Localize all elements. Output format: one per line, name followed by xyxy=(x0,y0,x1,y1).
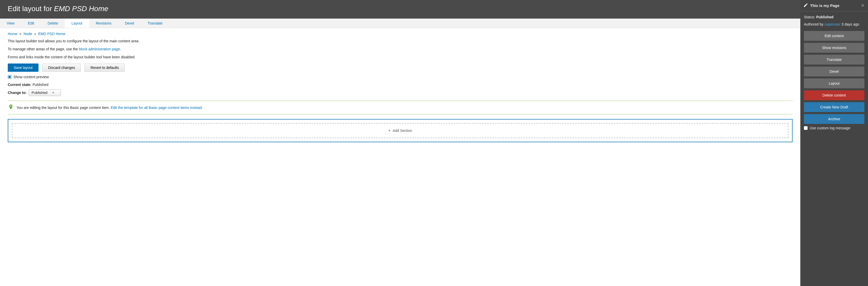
block-admin-link[interactable]: block administration page xyxy=(79,47,120,51)
change-to-row: Change to: Published ▼ xyxy=(8,89,793,96)
panel-status-value: Published xyxy=(816,15,833,19)
chevron-down-icon: ▼ xyxy=(52,91,55,94)
breadcrumb-sep: » xyxy=(34,32,36,36)
panel-status: Status: Published xyxy=(804,15,864,19)
breadcrumb-home[interactable]: Home xyxy=(8,32,17,36)
checkbox-checked-icon xyxy=(8,76,10,78)
description-line3: Forms and links inside the content of th… xyxy=(8,55,793,60)
breadcrumb-node[interactable]: Node xyxy=(24,32,32,36)
panel-translate-button[interactable]: Translate xyxy=(804,55,864,65)
page-title-name: EMD PSD Home xyxy=(54,5,108,13)
current-state-row: Current state: Published xyxy=(8,83,793,87)
current-state-value: Published xyxy=(33,83,49,87)
primary-tabs: View Edit Delete Layout Revisions Devel … xyxy=(0,19,800,28)
tab-revisions[interactable]: Revisions xyxy=(89,19,118,28)
panel-edit-content-button[interactable]: Edit content xyxy=(804,31,864,41)
panel-layout-button[interactable]: Layout xyxy=(804,78,864,88)
notice-text: You are editing the layout for this Basi… xyxy=(17,105,203,110)
tab-view[interactable]: View xyxy=(0,19,21,28)
panel-show-revisions-button[interactable]: Show revisions xyxy=(804,43,864,53)
show-preview-row: Show content preview xyxy=(8,75,793,79)
layout-description: This layout builder tool allows you to c… xyxy=(8,38,793,60)
authored-user-link[interactable]: superuser xyxy=(824,22,840,26)
panel-log-checkbox-row: Use custom log message xyxy=(804,126,864,130)
panel-archive-button[interactable]: Archive xyxy=(804,114,864,124)
description-line1: This layout builder tool allows you to c… xyxy=(8,38,793,44)
pin-icon xyxy=(9,104,13,110)
panel-create-draft-button[interactable]: Create New Draft xyxy=(804,102,864,112)
edit-template-link[interactable]: Edit the template for all Basic page con… xyxy=(111,105,203,110)
panel-header: This is my Page ✕ xyxy=(800,0,868,11)
panel-authored: Authored by superuser 3 days ago xyxy=(804,22,864,26)
breadcrumb-sep: » xyxy=(20,32,22,36)
change-to-label: Change to: xyxy=(8,91,27,95)
log-message-checkbox[interactable] xyxy=(804,126,808,130)
description-line2: To manage other areas of the page, use t… xyxy=(8,46,793,52)
action-buttons: Save layout Discard changes Revert to de… xyxy=(8,63,793,72)
tab-delete[interactable]: Delete xyxy=(41,19,65,28)
save-layout-button[interactable]: Save layout xyxy=(8,63,38,72)
tab-translate[interactable]: Translate xyxy=(141,19,169,28)
plus-icon: + xyxy=(388,128,391,133)
layout-region: + Add Section xyxy=(8,119,793,142)
pencil-icon xyxy=(804,3,808,8)
revert-defaults-button[interactable]: Revert to defaults xyxy=(85,63,125,72)
add-section-button[interactable]: + Add Section xyxy=(12,123,788,138)
show-preview-label: Show content preview xyxy=(13,75,49,79)
current-state-label: Current state: xyxy=(8,83,32,87)
panel-title: This is my Page xyxy=(810,3,839,8)
add-section-label: Add Section xyxy=(393,129,412,133)
side-panel: This is my Page ✕ Status: Published Auth… xyxy=(800,0,868,142)
page-title-prefix: Edit layout for xyxy=(8,5,54,13)
panel-delete-content-button[interactable]: Delete content xyxy=(804,90,864,100)
tab-devel[interactable]: Devel xyxy=(118,19,141,28)
show-preview-checkbox[interactable] xyxy=(8,75,11,79)
edit-notice: You are editing the layout for this Basi… xyxy=(8,101,793,114)
tab-layout[interactable]: Layout xyxy=(65,19,89,28)
log-message-label: Use custom log message xyxy=(810,126,850,130)
panel-devel-button[interactable]: Devel xyxy=(804,67,864,76)
breadcrumb: Home » Node » EMD PSD Home xyxy=(8,32,793,36)
change-to-select[interactable]: Published ▼ xyxy=(29,89,61,96)
tab-edit[interactable]: Edit xyxy=(21,19,41,28)
close-icon[interactable]: ✕ xyxy=(861,3,864,8)
breadcrumb-current[interactable]: EMD PSD Home xyxy=(38,32,65,36)
discard-changes-button[interactable]: Discard changes xyxy=(42,63,81,72)
change-to-selected: Published xyxy=(32,91,48,95)
page-title: Edit layout for EMD PSD Home xyxy=(8,5,793,13)
page-header: Edit layout for EMD PSD Home xyxy=(0,0,800,19)
